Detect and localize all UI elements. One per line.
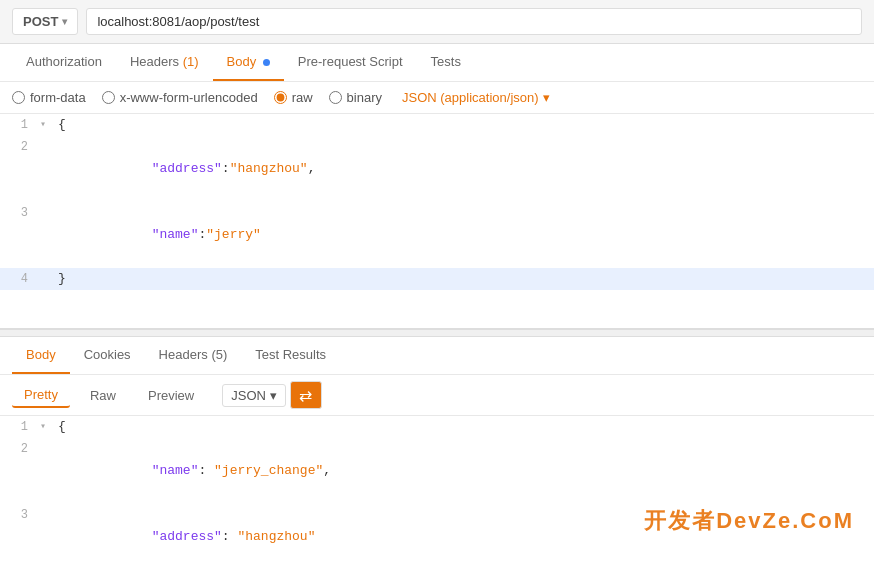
tab-headers[interactable]: Headers (1) (116, 44, 213, 81)
response-format-raw[interactable]: Raw (78, 384, 128, 407)
request-code-editor[interactable]: 1 ▾ { 2 "address":"hangzhou", 3 "name":"… (0, 114, 874, 329)
headers-badge: (1) (183, 54, 199, 69)
res-line-1: 1 ▾ { (0, 416, 874, 438)
req-line-1: 1 ▾ { (0, 114, 874, 136)
method-chevron: ▾ (62, 16, 67, 27)
response-tab-body[interactable]: Body (12, 337, 70, 374)
json-format-button[interactable]: JSON (application/json) ▾ (402, 90, 550, 105)
body-dot (263, 59, 270, 66)
response-tabs: Body Cookies Headers (5) Test Results (0, 337, 874, 375)
request-tabs: Authorization Headers (1) Body Pre-reque… (0, 44, 874, 82)
format-binary[interactable]: binary (329, 90, 382, 105)
response-json-chevron-icon: ▾ (270, 388, 277, 403)
format-urlencoded[interactable]: x-www-form-urlencoded (102, 90, 258, 105)
format-form-data[interactable]: form-data (12, 90, 86, 105)
req-line-3: 3 "name":"jerry" (0, 202, 874, 268)
req-line-4: 4 } (0, 268, 874, 290)
panel-divider (0, 329, 874, 337)
url-input[interactable] (86, 8, 862, 35)
url-bar: POST ▾ (0, 0, 874, 44)
wrap-button[interactable]: ⇄ (290, 381, 322, 409)
response-format-pretty[interactable]: Pretty (12, 383, 70, 408)
req-line-2: 2 "address":"hangzhou", (0, 136, 874, 202)
tab-pre-request-script[interactable]: Pre-request Script (284, 44, 417, 81)
response-tab-cookies[interactable]: Cookies (70, 337, 145, 374)
res-line-2: 2 "name": "jerry_change", (0, 438, 874, 504)
response-json-button[interactable]: JSON ▾ (222, 384, 286, 407)
response-format-bar: Pretty Raw Preview JSON ▾ ⇄ (0, 375, 874, 416)
method-label: POST (23, 14, 58, 29)
method-button[interactable]: POST ▾ (12, 8, 78, 35)
watermark: 开发者DevZe.CoM (644, 506, 854, 536)
response-tab-headers[interactable]: Headers (5) (145, 337, 242, 374)
wrap-icon: ⇄ (299, 386, 312, 405)
tab-authorization[interactable]: Authorization (12, 44, 116, 81)
tab-body[interactable]: Body (213, 44, 284, 81)
response-tab-test-results[interactable]: Test Results (241, 337, 340, 374)
body-format-bar: form-data x-www-form-urlencoded raw bina… (0, 82, 874, 114)
json-chevron-icon: ▾ (543, 90, 550, 105)
format-raw[interactable]: raw (274, 90, 313, 105)
response-format-preview[interactable]: Preview (136, 384, 206, 407)
tab-tests[interactable]: Tests (417, 44, 475, 81)
response-headers-badge: (5) (211, 347, 227, 362)
